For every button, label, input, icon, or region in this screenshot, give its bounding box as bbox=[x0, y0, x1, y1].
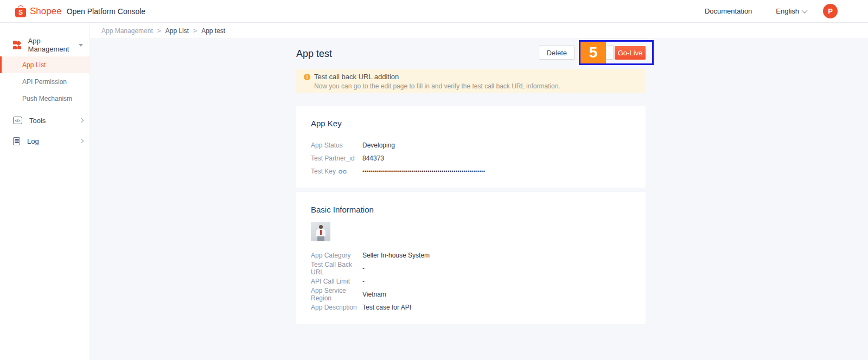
warning-info-icon: ! bbox=[304, 74, 310, 80]
breadcrumb-separator: > bbox=[157, 27, 161, 35]
row-app-status: App Status Developing bbox=[311, 139, 631, 152]
field-value: Seller In-house System bbox=[362, 252, 430, 259]
sidebar: App Management App List API Permission P… bbox=[0, 23, 90, 360]
field-value: - bbox=[362, 278, 365, 285]
field-label: Test Call Back URL bbox=[311, 261, 362, 276]
topbar-right: Documentation English P bbox=[705, 4, 838, 18]
breadcrumb: App Management > App List > App test bbox=[90, 23, 868, 39]
breadcrumb-app-management[interactable]: App Management bbox=[101, 27, 153, 35]
apps-grid-icon bbox=[13, 41, 21, 49]
field-label: App Service Region bbox=[311, 287, 362, 302]
app-key-card: App Key App Status Developing Test Partn… bbox=[296, 106, 646, 188]
banner-title: Test call back URL addition bbox=[314, 73, 399, 81]
main-area: App Management > App List > App test App… bbox=[90, 23, 868, 360]
reveal-key-glasses-icon[interactable] bbox=[339, 169, 347, 174]
shopee-bag-letter: S bbox=[15, 9, 26, 16]
field-value: Vietnam bbox=[362, 291, 386, 298]
chevron-right-icon bbox=[79, 118, 84, 123]
field-value: Developing bbox=[362, 142, 395, 149]
sidebar-item-app-management[interactable]: App Management bbox=[0, 36, 90, 54]
breadcrumb-app-test: App test bbox=[201, 27, 225, 35]
field-label: App Description bbox=[311, 304, 362, 311]
sidebar-item-label: Tools bbox=[29, 117, 46, 125]
row-test-partner-id: Test Partner_id 844373 bbox=[311, 152, 631, 165]
code-tools-icon: </> bbox=[13, 117, 22, 124]
page-title: App test bbox=[296, 48, 332, 59]
notice-banner: ! Test call back URL addition Now you ca… bbox=[296, 69, 646, 93]
sidebar-item-log[interactable]: Log bbox=[0, 132, 90, 150]
field-value: - bbox=[362, 265, 365, 272]
sidebar-item-label: API Permission bbox=[22, 78, 67, 86]
field-label: App Status bbox=[311, 142, 362, 149]
page-actions: Delete 5 Go-Live bbox=[539, 40, 654, 65]
sidebar-item-label: App List bbox=[22, 61, 46, 69]
row-app-category: App Category Seller In-house System bbox=[311, 249, 631, 262]
page-head: App test Delete 5 Go-Live bbox=[296, 39, 646, 69]
sidebar-item-label: Log bbox=[27, 137, 39, 145]
content: App test Delete 5 Go-Live ! Test call ba… bbox=[90, 39, 868, 360]
caret-down-icon bbox=[79, 44, 83, 47]
sidebar-item-app-list[interactable]: App List bbox=[0, 56, 90, 73]
row-test-key: Test Key ••••••••••••••••••••••••••• bbox=[311, 165, 631, 178]
row-api-call-limit: API Call Limit - bbox=[311, 275, 631, 288]
chevron-right-icon bbox=[79, 139, 84, 143]
sidebar-item-label: Push Mechanism bbox=[22, 95, 72, 102]
language-selector[interactable]: English bbox=[776, 7, 807, 15]
row-app-service-region: App Service Region Vietnam bbox=[311, 288, 631, 301]
annotation-number-badge: 5 bbox=[580, 42, 606, 63]
masked-test-key: ••••••••••••••••••••••••••••••••••••••••… bbox=[362, 169, 485, 174]
shopee-bag-icon: S bbox=[15, 5, 26, 17]
field-value: 844373 bbox=[362, 155, 384, 162]
language-label: English bbox=[776, 7, 799, 15]
document-log-icon bbox=[13, 137, 20, 145]
hidden-button-sliver[interactable] bbox=[606, 46, 614, 60]
field-value: Test case for API bbox=[362, 304, 411, 311]
sidebar-item-api-permission[interactable]: API Permission bbox=[0, 73, 90, 90]
basic-information-card: Basic Information App Category Seller In… bbox=[296, 192, 646, 324]
row-test-call-back-url: Test Call Back URL - bbox=[311, 262, 631, 275]
card-title: App Key bbox=[311, 119, 631, 128]
annotation-highlight-box: 5 Go-Live bbox=[579, 40, 654, 65]
field-label: Test Key bbox=[311, 168, 336, 175]
brand-name: Shopee bbox=[30, 6, 62, 17]
breadcrumb-separator: > bbox=[193, 27, 197, 35]
field-label: API Call Limit bbox=[311, 278, 362, 285]
card-title: Basic Information bbox=[311, 205, 631, 214]
brand-logo[interactable]: S Shopee Open Platform Console bbox=[15, 5, 145, 17]
field-label: App Category bbox=[311, 252, 362, 259]
sidebar-item-tools[interactable]: </> Tools bbox=[0, 111, 90, 130]
field-label: Test Partner_id bbox=[311, 155, 362, 162]
row-app-description: App Description Test case for API bbox=[311, 301, 631, 314]
documentation-link[interactable]: Documentation bbox=[705, 7, 752, 15]
delete-button[interactable]: Delete bbox=[539, 46, 575, 60]
product-name: Open Platform Console bbox=[67, 7, 146, 16]
sidebar-item-push-mechanism[interactable]: Push Mechanism bbox=[0, 90, 90, 107]
breadcrumb-app-list[interactable]: App List bbox=[165, 27, 189, 35]
banner-message: Now you can go to the edit page to fill … bbox=[314, 82, 638, 90]
sidebar-item-label: App Management bbox=[28, 37, 79, 53]
user-avatar[interactable]: P bbox=[823, 4, 838, 18]
go-live-button[interactable]: Go-Live bbox=[615, 46, 646, 60]
chevron-down-icon bbox=[801, 7, 807, 13]
app-logo-image bbox=[311, 222, 330, 241]
top-bar: S Shopee Open Platform Console Documenta… bbox=[0, 0, 868, 23]
